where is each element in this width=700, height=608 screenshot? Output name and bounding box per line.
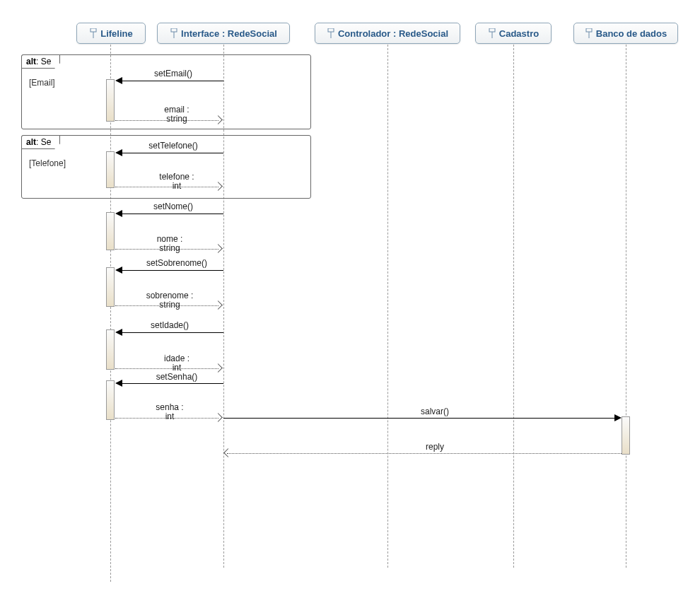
message-label: setEmail() bbox=[134, 69, 212, 78]
arrowhead-icon bbox=[223, 448, 233, 457]
lifeline-header-lifeline[interactable]: Lifeline bbox=[76, 23, 146, 44]
activation-bar bbox=[106, 267, 115, 307]
activation-bar bbox=[106, 212, 115, 250]
activation-bar bbox=[106, 79, 115, 122]
lifeline-label: Controlador : RedeSocial bbox=[338, 28, 448, 39]
activation-bar bbox=[106, 151, 115, 188]
lifeline-line bbox=[387, 45, 388, 568]
reply-label: nome : string bbox=[127, 235, 212, 253]
svg-rect-0 bbox=[91, 28, 96, 32]
arrowhead-icon bbox=[115, 77, 122, 84]
lifeline-label: Interface : RedeSocial bbox=[181, 28, 277, 39]
message-arrow bbox=[122, 383, 223, 384]
lifeline-label: Banco de dados bbox=[596, 28, 667, 39]
lifeline-label: Lifeline bbox=[100, 28, 133, 39]
lifeline-label: Cadastro bbox=[499, 28, 539, 39]
message-label: setIdade() bbox=[131, 321, 209, 330]
message-label: setSobrenome() bbox=[127, 259, 226, 268]
lifeline-icon bbox=[327, 28, 335, 38]
message-arrow bbox=[122, 270, 223, 271]
alt-operator-tab: alt: Se bbox=[21, 135, 60, 149]
arrowhead-icon bbox=[115, 210, 122, 217]
arrowhead-icon bbox=[614, 414, 622, 421]
arrowhead-icon bbox=[115, 149, 122, 156]
svg-rect-6 bbox=[489, 28, 495, 32]
reply-arrow bbox=[227, 453, 622, 454]
svg-rect-4 bbox=[328, 28, 334, 32]
message-label: salvar() bbox=[396, 407, 474, 416]
lifeline-header-cadastro[interactable]: Cadastro bbox=[475, 23, 552, 44]
message-arrow bbox=[122, 214, 223, 214]
reply-label: sobrenome : string bbox=[124, 291, 216, 310]
reply-label: idade : int bbox=[134, 354, 219, 373]
arrowhead-icon bbox=[214, 244, 223, 253]
lifeline-icon bbox=[585, 28, 593, 38]
alt-operator-tab: alt: Se bbox=[21, 54, 60, 69]
activation-bar bbox=[106, 329, 115, 370]
reply-label: telefone : int bbox=[134, 173, 219, 191]
message-arrow bbox=[122, 153, 223, 153]
message-label: setSenha() bbox=[134, 373, 219, 382]
activation-bar bbox=[622, 416, 630, 455]
message-arrow bbox=[223, 418, 617, 419]
alt-guard: [Email] bbox=[29, 78, 55, 88]
lifeline-icon bbox=[488, 28, 496, 38]
arrowhead-icon bbox=[115, 380, 122, 387]
message-arrow bbox=[122, 81, 223, 81]
sequence-diagram: { "lifelines": [ {"id":"l1","label":"Lif… bbox=[0, 0, 700, 608]
message-label: setNome() bbox=[134, 202, 212, 211]
lifeline-line bbox=[513, 45, 514, 568]
message-arrow bbox=[122, 332, 223, 333]
lifeline-line bbox=[626, 45, 626, 568]
alt-guard: [Telefone] bbox=[29, 158, 66, 168]
lifeline-header-controlador[interactable]: Controlador : RedeSocial bbox=[315, 23, 460, 44]
arrowhead-icon bbox=[115, 329, 122, 336]
svg-rect-8 bbox=[586, 28, 592, 32]
lifeline-header-interface[interactable]: Interface : RedeSocial bbox=[157, 23, 290, 44]
reply-label: email : string bbox=[134, 105, 219, 124]
svg-rect-2 bbox=[171, 28, 177, 32]
message-label: setTelefone() bbox=[134, 141, 212, 151]
lifeline-header-banco[interactable]: Banco de dados bbox=[573, 23, 678, 44]
arrowhead-icon bbox=[115, 267, 122, 274]
arrowhead-icon bbox=[214, 413, 223, 422]
lifeline-icon bbox=[170, 28, 178, 38]
activation-bar bbox=[106, 380, 115, 420]
lifeline-icon bbox=[89, 28, 98, 38]
reply-label: reply bbox=[396, 443, 474, 452]
reply-label: senha : int bbox=[127, 403, 212, 421]
